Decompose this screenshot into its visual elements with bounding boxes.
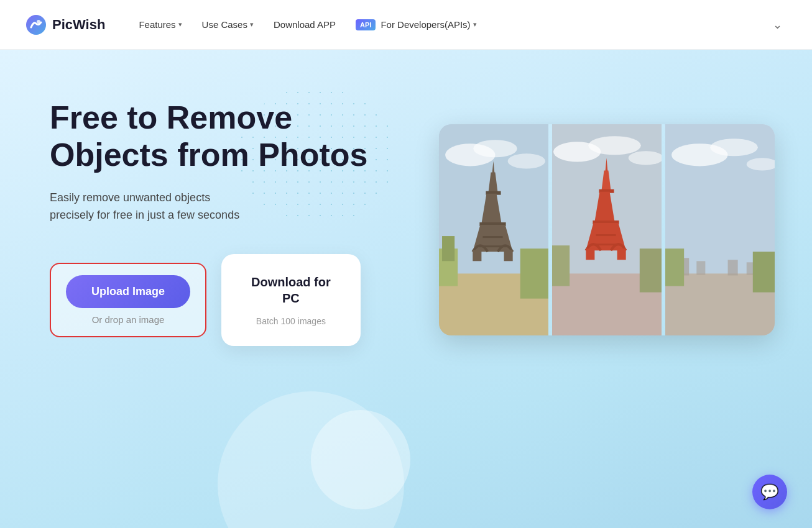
nav-use-cases[interactable]: Use Cases ▾ <box>193 14 262 35</box>
batch-text: Batch 100 images <box>256 316 326 326</box>
drop-text: Or drop an image <box>92 314 165 325</box>
chevron-down-icon: ⌄ <box>773 19 782 31</box>
svg-point-4 <box>473 140 517 157</box>
logo[interactable]: PicWish <box>25 14 105 36</box>
chat-icon: 💬 <box>760 483 779 501</box>
image-panel-1 <box>439 124 548 335</box>
download-pc-card[interactable]: Download forPC Batch 100 images <box>221 254 361 346</box>
nav-download-app[interactable]: Download APP <box>265 14 344 35</box>
nav-developers[interactable]: API For Developers(APIs) ▾ <box>347 14 486 35</box>
svg-point-1 <box>37 20 40 24</box>
hero-image-panels <box>439 124 775 335</box>
navbar: PicWish Features ▾ Use Cases ▾ Download … <box>0 0 812 50</box>
upload-image-button[interactable]: Upload Image <box>66 275 190 308</box>
logo-icon <box>25 14 47 36</box>
hero-left-content: Free to Remove Objects from Photos Easil… <box>50 99 385 346</box>
developers-chevron-icon: ▾ <box>473 20 477 29</box>
svg-rect-17 <box>482 236 502 238</box>
nav-items: Features ▾ Use Cases ▾ Download APP API … <box>130 14 768 35</box>
svg-rect-33 <box>586 248 594 260</box>
upload-area: Upload Image Or drop an image Download f… <box>50 254 385 346</box>
svg-rect-19 <box>520 248 548 298</box>
features-chevron-icon: ▾ <box>178 20 182 29</box>
svg-rect-36 <box>592 244 619 245</box>
svg-point-5 <box>508 153 545 168</box>
upload-drop-box[interactable]: Upload Image Or drop an image <box>50 263 206 337</box>
chat-button[interactable]: 💬 <box>752 475 787 509</box>
nav-end: ⌄ <box>768 13 787 37</box>
hero-title: Free to Remove Objects from Photos <box>50 99 385 174</box>
svg-rect-8 <box>442 236 454 261</box>
svg-rect-18 <box>479 245 506 247</box>
svg-rect-26 <box>640 248 662 292</box>
hero-subtitle: Easily remove unwanted objectsprecisely … <box>50 189 385 225</box>
svg-rect-35 <box>596 234 616 236</box>
svg-rect-34 <box>617 248 626 260</box>
api-badge: API <box>356 19 376 30</box>
svg-point-0 <box>26 15 46 35</box>
use-cases-chevron-icon: ▾ <box>250 20 254 29</box>
svg-rect-25 <box>552 245 570 286</box>
svg-rect-15 <box>473 250 481 261</box>
image-panel-3 <box>665 124 775 335</box>
svg-rect-43 <box>696 261 705 275</box>
svg-rect-44 <box>728 260 738 275</box>
svg-point-22 <box>588 136 640 155</box>
svg-point-39 <box>710 139 757 156</box>
svg-rect-46 <box>665 248 684 286</box>
svg-rect-47 <box>753 252 775 292</box>
decorative-circle-medium <box>311 410 410 509</box>
nav-features[interactable]: Features ▾ <box>130 14 190 35</box>
download-pc-title: Download forPC <box>251 274 331 306</box>
image-panel-2 <box>552 124 662 335</box>
nav-more-button[interactable]: ⌄ <box>768 13 787 37</box>
hero-section: Free to Remove Objects from Photos Easil… <box>0 50 812 528</box>
logo-text: PicWish <box>52 17 105 33</box>
svg-rect-16 <box>504 250 513 261</box>
